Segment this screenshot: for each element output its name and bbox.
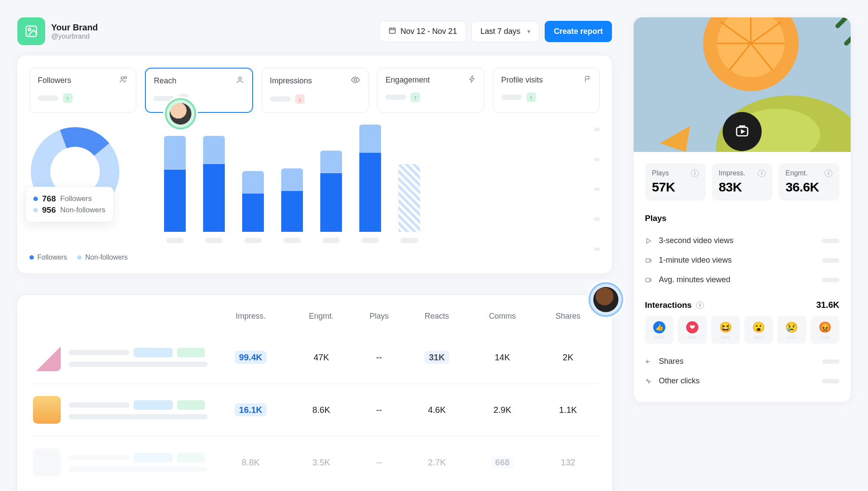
col-engmt[interactable]: Engmt. [289, 307, 353, 331]
reaction-count-placeholder [820, 336, 830, 339]
reaction-count-placeholder [721, 336, 730, 339]
angry-icon: 😡 [819, 321, 832, 333]
svg-rect-27 [646, 259, 650, 262]
post-meta-placeholder [69, 348, 208, 367]
post-meta-placeholder [69, 400, 208, 419]
cell-engmt: 3.5K [289, 436, 353, 489]
reaction-like[interactable]: 👍 [645, 316, 674, 344]
date-range-button[interactable]: Nov 12 - Nov 21 [379, 21, 466, 42]
col-impress[interactable]: Impress. [212, 307, 289, 331]
bar-6 [398, 164, 420, 243]
metric-value-placeholder [270, 96, 291, 102]
metric-value-placeholder [501, 95, 522, 100]
col-reacts[interactable]: Reacts [405, 307, 469, 331]
stat-value: 36.6K [786, 180, 832, 194]
info-icon[interactable]: i [691, 169, 699, 177]
stat-label: Engmt. [786, 169, 808, 177]
reaction-haha[interactable]: 😆 [711, 316, 740, 344]
reaction-wow[interactable]: 😮 [744, 316, 773, 344]
reactions-grid: 👍❤😆😮😢😡 [645, 316, 839, 344]
bolt-icon [468, 75, 476, 85]
interaction-row-value-placeholder [822, 379, 839, 383]
bar-x-label-placeholder [283, 238, 301, 243]
col-shares[interactable]: Shares [536, 307, 600, 331]
bar-x-label-placeholder [401, 238, 418, 243]
date-range-label: Nov 12 - Nov 21 [401, 27, 457, 36]
brand-block: Your Brand @yourbrand [17, 17, 98, 45]
page-header: Your Brand @yourbrand Nov 12 - Nov 21 La… [17, 17, 612, 45]
media-stats: Playsi 57K Impress.i 83K Engmt.i 36.6K [645, 163, 839, 201]
cell-comms: 668 [491, 456, 514, 469]
svg-point-5 [238, 77, 241, 80]
haha-icon: 😆 [719, 321, 732, 333]
video-play-badge[interactable] [723, 112, 762, 151]
table-row[interactable]: 99.4K 47K -- 31K 14K 2K [30, 331, 600, 384]
media-detail-card: Playsi 57K Impress.i 83K Engmt.i 36.6K P… [634, 17, 851, 402]
date-preset-label: Last 7 days [480, 27, 520, 36]
svg-marker-25 [742, 130, 744, 133]
bar-3 [281, 168, 303, 243]
posts-table-card: Impress.Engmt.PlaysReactsCommsShares 99.… [17, 295, 612, 491]
eye-icon [351, 75, 360, 86]
collaborator-avatar-2 [589, 282, 623, 317]
cell-plays: -- [353, 331, 405, 384]
cell-engmt: 8.6K [289, 384, 353, 436]
cell-impress: 8.8K [242, 458, 260, 467]
table-row[interactable]: 16.1K 8.6K -- 4.6K 2.9K 1.1K [30, 384, 600, 436]
col-plays[interactable]: Plays [353, 307, 405, 331]
cell-comms: 2.9K [493, 405, 511, 415]
table-row[interactable]: 8.8K 3.5K -- 2.7K 668 132 [30, 436, 600, 489]
metric-tab-engagement[interactable]: Engagement ↑ [377, 68, 484, 113]
brand-handle: @yourbrand [51, 33, 98, 40]
metric-tab-reach[interactable]: Reach → [145, 68, 253, 113]
reach-analytics-card: Followers ↑ Reach → Impressions [17, 56, 612, 274]
svg-point-4 [125, 76, 127, 79]
collaborator-avatar-1 [165, 98, 196, 129]
plays-row: 1-minute video views [645, 250, 839, 270]
metric-tab-impressions[interactable]: Impressions ↓ [262, 68, 368, 113]
info-icon[interactable]: i [825, 169, 832, 177]
info-icon[interactable]: i [696, 301, 704, 309]
bar-0 [164, 136, 186, 243]
metric-tab-label: Impressions [270, 76, 312, 86]
metric-tab-label: Profile visits [501, 76, 543, 85]
cell-comms: 14K [495, 353, 510, 362]
reaction-count-placeholder [654, 336, 664, 339]
cell-plays: -- [353, 436, 405, 489]
love-icon: ❤ [686, 321, 698, 333]
interaction-row: Shares [645, 352, 839, 371]
donut-tooltip: 768Followers 956Non-followers [25, 187, 114, 222]
info-icon[interactable]: i [758, 169, 766, 177]
cell-shares: 2K [536, 331, 600, 384]
bar-x-label-placeholder [362, 238, 379, 243]
cell-reacts: 31K [424, 351, 449, 364]
interaction-row: Other clicks [645, 371, 839, 391]
plays-row: 3-second video views [645, 231, 839, 250]
cell-impress: 16.1K [235, 403, 266, 416]
reaction-sad[interactable]: 😢 [777, 316, 806, 344]
svg-marker-26 [647, 238, 651, 243]
trend-up-badge: ↑ [411, 92, 420, 102]
create-report-button[interactable]: Create report [545, 21, 612, 42]
cell-engmt: 47K [289, 331, 353, 384]
date-preset-dropdown[interactable]: Last 7 days ▾ [471, 21, 539, 42]
stat-engmt: Engmt.i 36.6K [779, 163, 839, 201]
bar-x-label-placeholder [244, 238, 262, 243]
flag-icon [584, 75, 592, 85]
click-icon [645, 378, 654, 385]
cursor-icon [612, 282, 623, 286]
post-thumbnail [33, 396, 61, 424]
media-hero-image [634, 17, 851, 152]
stat-value: 83K [719, 180, 766, 194]
metric-tab-label: Followers [38, 76, 71, 85]
svg-rect-2 [389, 28, 395, 33]
reaction-love[interactable]: ❤ [678, 316, 707, 344]
metric-tab-followers[interactable]: Followers ↑ [30, 68, 136, 113]
reaction-angry[interactable]: 😡 [811, 316, 839, 344]
plays-row-label: 1-minute video views [659, 256, 732, 265]
metric-tab-profile visits[interactable]: Profile visits ↑ [493, 68, 600, 113]
trend-down-badge: ↓ [295, 94, 305, 104]
col-comms[interactable]: Comms [468, 307, 536, 331]
interaction-row-label: Other clicks [659, 376, 700, 386]
bar-x-label-placeholder [322, 238, 340, 243]
